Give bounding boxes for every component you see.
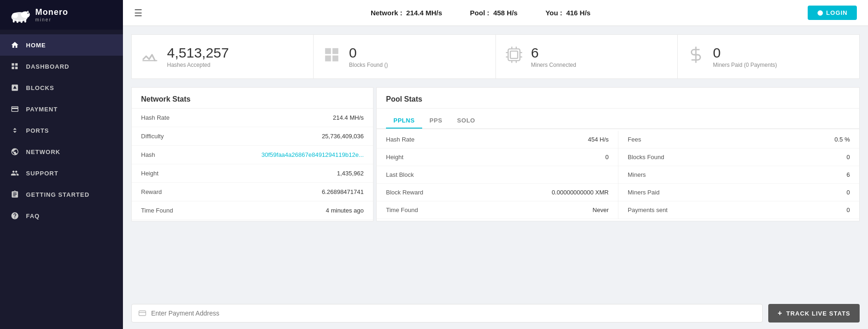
- sidebar-item-getting-started[interactable]: GETTING STARTED: [0, 184, 123, 205]
- tab-solo[interactable]: SOLO: [450, 113, 482, 129]
- hashes-label: Hashes Accepted: [167, 62, 229, 68]
- sidebar-item-home[interactable]: HOME: [0, 34, 123, 56]
- blocks-value: 0: [349, 45, 388, 61]
- svg-rect-16: [333, 48, 339, 54]
- topbar: ☰ Network : 214.4 MH/s Pool : 458 H/s Yo…: [123, 0, 868, 26]
- sidebar-item-network[interactable]: NETWORK: [0, 141, 123, 162]
- pool-stats-panel: Pool Stats PPLNS PPS SOLO Hash Rate 454 …: [376, 87, 860, 221]
- fees-label: Fees: [628, 136, 641, 143]
- pool-stat-row: Miners 6: [618, 166, 859, 184]
- track-live-stats-button[interactable]: + TRACK LIVE STATS: [768, 304, 860, 323]
- svg-rect-5: [20, 20, 22, 23]
- tab-pplns[interactable]: PPLNS: [386, 113, 422, 129]
- sidebar-item-support[interactable]: SUPPORT: [0, 162, 123, 184]
- stat-card-paid: 0 Miners Paid (0 Payments): [677, 34, 860, 79]
- pool-stats-right: Fees 0.5 % Blocks Found 0 Miners 6 Miner…: [618, 131, 859, 219]
- hash-label: Hash: [132, 146, 203, 164]
- getting-started-icon: [10, 190, 19, 199]
- blocks-icon: [10, 83, 19, 92]
- hash-value: 30f59faa4a26867e8491294119b12e...: [203, 146, 373, 164]
- table-row: Height 1,435,962: [132, 164, 373, 183]
- pool-stat-row: Miners Paid 0: [618, 184, 859, 201]
- sidebar-item-faq[interactable]: FAQ: [0, 205, 123, 226]
- hashes-value: 4,513,257: [167, 45, 229, 61]
- you-stat: You : 416 H/s: [546, 9, 591, 17]
- tab-pps[interactable]: PPS: [422, 113, 450, 129]
- login-icon: [817, 10, 823, 16]
- pool-stat-row: Block Reward 0.00000000000 XMR: [377, 184, 618, 201]
- height-value: 1,435,962: [203, 164, 373, 183]
- sidebar-item-ports[interactable]: PORTS: [0, 120, 123, 141]
- main-content: ☰ Network : 214.4 MH/s Pool : 458 H/s Yo…: [123, 0, 868, 329]
- logo-title: Monero: [35, 7, 68, 17]
- pool-stat-row: Height 0: [377, 148, 618, 166]
- svg-rect-4: [17, 20, 19, 23]
- miners-label2: Miners: [628, 171, 646, 178]
- paid-value: 0: [713, 45, 777, 61]
- pool-block-reward-value: 0.00000000000 XMR: [552, 189, 609, 196]
- network-stats-panel: Network Stats Hash Rate 214.4 MH/s Diffi…: [131, 87, 373, 221]
- sidebar-item-dashboard[interactable]: DASHBOARD: [0, 56, 123, 77]
- topbar-stats: Network : 214.4 MH/s Pool : 458 H/s You …: [154, 9, 808, 17]
- miners-paid-value: 0: [847, 189, 850, 196]
- paid-label: Miners Paid (0 Payments): [713, 62, 777, 68]
- table-row: Difficulty 25,736,409,036: [132, 127, 373, 146]
- hash-rate-label: Hash Rate: [132, 109, 203, 127]
- pool-stats-title: Pool Stats: [377, 88, 859, 109]
- network-stat: Network : 214.4 MH/s: [371, 9, 442, 17]
- pool-stat-row: Hash Rate 454 H/s: [377, 131, 618, 148]
- fees-value: 0.5 %: [835, 136, 850, 143]
- sidebar-nav: HOME DASHBOARD BLOCKS PAYMENT: [0, 30, 123, 231]
- sidebar-item-payment[interactable]: PAYMENT: [0, 98, 123, 120]
- pool-stat-row: Blocks Found 0: [618, 148, 859, 166]
- pool-stats-grid: Hash Rate 454 H/s Height 0 Last Block Bl…: [377, 129, 859, 221]
- svg-rect-30: [139, 311, 146, 316]
- pool-stat-row: Fees 0.5 %: [618, 131, 859, 148]
- stat-cards: 4,513,257 Hashes Accepted 0 Blocks Found…: [123, 26, 868, 79]
- sidebar: Monero miner HOME DASHBOARD BLOCKS: [0, 0, 123, 329]
- faq-icon: [10, 211, 19, 220]
- network-icon: [10, 147, 19, 156]
- bottom-bar: + TRACK LIVE STATS: [123, 297, 868, 329]
- cpu-icon: [505, 46, 523, 67]
- pool-height-value: 0: [605, 154, 609, 161]
- blocks-found-label: Blocks Found: [628, 154, 664, 161]
- support-icon: [10, 168, 19, 178]
- login-button[interactable]: LOGIN: [808, 6, 857, 20]
- dashboard-icon: [10, 62, 19, 71]
- pool-stat: Pool : 458 H/s: [470, 9, 518, 17]
- table-row: Time Found 4 minutes ago: [132, 201, 373, 220]
- hash-link[interactable]: 30f59faa4a26867e8491294119b12e...: [262, 151, 364, 158]
- sidebar-item-blocks[interactable]: BLOCKS: [0, 77, 123, 98]
- svg-rect-13: [15, 67, 18, 69]
- payment-address-input[interactable]: [151, 310, 756, 317]
- blocks-label: Blocks Found (): [349, 62, 388, 68]
- dollar-icon: [687, 46, 705, 67]
- miners-paid-label: Miners Paid: [628, 189, 660, 196]
- chart-icon: [141, 46, 159, 67]
- rhino-icon: [8, 6, 31, 23]
- payment-address-icon: [138, 309, 147, 317]
- network-stats-title: Network Stats: [132, 88, 373, 109]
- svg-rect-11: [15, 63, 18, 65]
- menu-icon[interactable]: ☰: [134, 7, 142, 19]
- network-stats-table: Hash Rate 214.4 MH/s Difficulty 25,736,4…: [132, 109, 373, 220]
- time-found-label: Time Found: [132, 201, 203, 220]
- logo-sub: miner: [35, 17, 68, 22]
- stat-card-blocks: 0 Blocks Found (): [313, 34, 495, 79]
- stat-card-hashes: 4,513,257 Hashes Accepted: [131, 34, 313, 79]
- svg-rect-10: [12, 63, 14, 65]
- blocks-found-value: 0: [847, 154, 850, 161]
- pool-tabs: PPLNS PPS SOLO: [377, 109, 859, 129]
- pool-height-label: Height: [386, 154, 404, 161]
- svg-rect-18: [333, 56, 339, 62]
- table-row: Reward 6.26898471741: [132, 183, 373, 201]
- pool-hash-rate-value: 454 H/s: [588, 136, 609, 143]
- ports-icon: [10, 126, 19, 135]
- difficulty-label: Difficulty: [132, 127, 203, 146]
- payment-input-wrap: [131, 304, 763, 323]
- table-row: Hash 30f59faa4a26867e8491294119b12e...: [132, 146, 373, 164]
- pool-stat-row: Time Found Never: [377, 201, 618, 219]
- payment-icon: [10, 104, 19, 114]
- svg-rect-20: [510, 51, 518, 58]
